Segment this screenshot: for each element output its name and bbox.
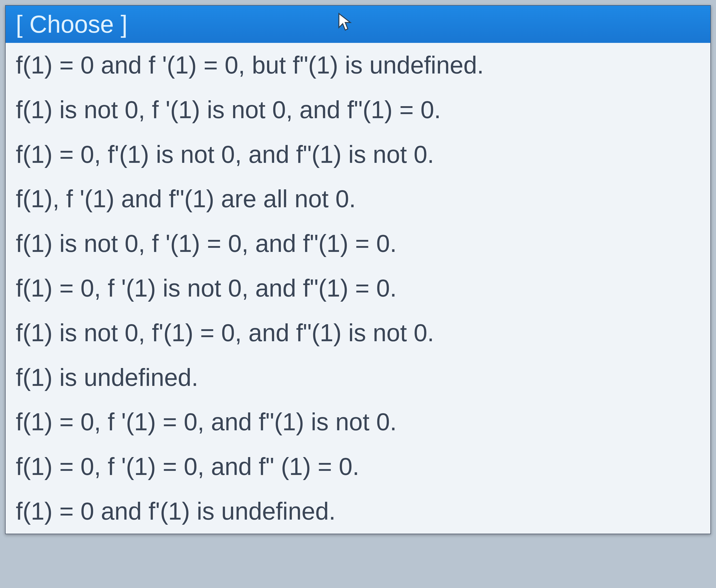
dropdown-option[interactable]: f(1) is not 0, f '(1) = 0, and f"(1) = 0… [6, 221, 710, 266]
dropdown-option[interactable]: f(1) = 0, f'(1) is not 0, and f"(1) is n… [6, 132, 710, 177]
dropdown-option[interactable]: f(1), f '(1) and f"(1) are all not 0. [6, 176, 710, 221]
dropdown-option[interactable]: f(1) is not 0, f'(1) = 0, and f"(1) is n… [6, 311, 710, 355]
dropdown-option[interactable]: f(1) = 0, f '(1) is not 0, and f"(1) = 0… [6, 266, 710, 311]
dropdown-option[interactable]: f(1) = 0, f '(1) = 0, and f"(1) is not 0… [6, 400, 710, 444]
dropdown-options-list: f(1) = 0 and f '(1) = 0, but f"(1) is un… [6, 43, 710, 534]
dropdown-option[interactable]: f(1) = 0 and f '(1) = 0, but f"(1) is un… [6, 43, 710, 87]
dropdown-option[interactable]: f(1) = 0, f '(1) = 0, and f" (1) = 0. [6, 444, 710, 489]
cursor-icon [337, 10, 352, 38]
dropdown-option[interactable]: f(1) is undefined. [6, 355, 710, 400]
dropdown-option[interactable]: f(1) = 0 and f'(1) is undefined. [6, 489, 710, 534]
dropdown-option[interactable]: f(1) is not 0, f '(1) is not 0, and f"(1… [6, 87, 710, 132]
dropdown-menu: [ Choose ] f(1) = 0 and f '(1) = 0, but … [5, 5, 711, 534]
dropdown-placeholder-text: [ Choose ] [16, 10, 128, 38]
dropdown-placeholder[interactable]: [ Choose ] [6, 6, 710, 43]
